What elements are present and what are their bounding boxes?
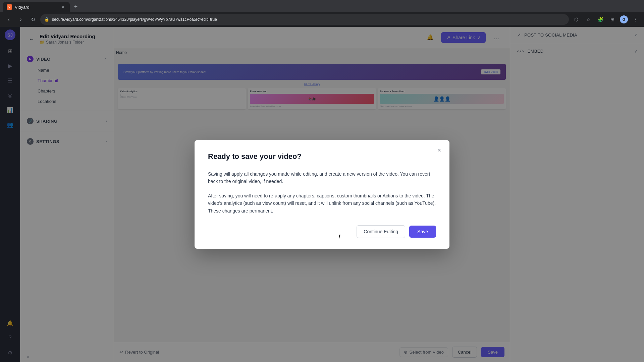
- modal-overlay[interactable]: Ready to save your video? × Saving will …: [0, 27, 644, 362]
- grid-icon[interactable]: ⊞: [608, 15, 617, 24]
- tab-title: Vidyard: [15, 5, 58, 10]
- modal-body: Saving will apply all changes you made w…: [208, 170, 436, 215]
- lock-icon: 🔒: [44, 17, 49, 22]
- app-container: SJ ⊞ ▶ ☰ ◎ 📊 👥 🔔 ? ⚙ ← Edit Vidyard Reco…: [0, 27, 644, 362]
- nav-refresh-button[interactable]: ↻: [28, 15, 38, 24]
- more-options-icon[interactable]: ⋮: [631, 15, 640, 24]
- continue-editing-button[interactable]: Continue Editing: [357, 225, 405, 238]
- modal-save-button[interactable]: Save: [409, 226, 436, 238]
- modal-paragraph-2: After saving, you will need to re-apply …: [208, 192, 436, 215]
- nav-forward-button[interactable]: ›: [16, 15, 25, 24]
- browser-chrome: V Vidyard × + ‹ › ↻ 🔒 secure.vidyard.com…: [0, 0, 644, 27]
- tab-favicon: V: [7, 4, 12, 10]
- modal-title: Ready to save your video?: [208, 152, 436, 161]
- browser-toolbar: ‹ › ↻ 🔒 secure.vidyard.com/organizations…: [0, 12, 644, 27]
- new-tab-button[interactable]: +: [71, 2, 80, 11]
- modal-paragraph-1: Saving will apply all changes you made w…: [208, 170, 436, 185]
- modal-close-button[interactable]: ×: [435, 145, 444, 155]
- tab-close-button[interactable]: ×: [60, 4, 66, 10]
- browser-tab-vidyard[interactable]: V Vidyard ×: [3, 2, 70, 12]
- modal-footer: Continue Editing Save: [208, 225, 436, 238]
- share-page-icon[interactable]: ⬡: [572, 15, 581, 24]
- nav-back-button[interactable]: ‹: [4, 15, 13, 24]
- profile-avatar[interactable]: G: [620, 15, 628, 23]
- toolbar-actions: ⬡ ☆ 🧩 ⊞ G ⋮: [572, 15, 640, 24]
- address-bar[interactable]: 🔒 secure.vidyard.com/organizations/34543…: [40, 14, 569, 25]
- save-confirmation-modal: Ready to save your video? × Saving will …: [195, 140, 449, 249]
- address-url: secure.vidyard.com/organizations/3454320…: [52, 17, 217, 22]
- bookmark-icon[interactable]: ☆: [584, 15, 593, 24]
- tab-bar: V Vidyard × +: [0, 0, 644, 12]
- extensions-icon[interactable]: 🧩: [596, 15, 605, 24]
